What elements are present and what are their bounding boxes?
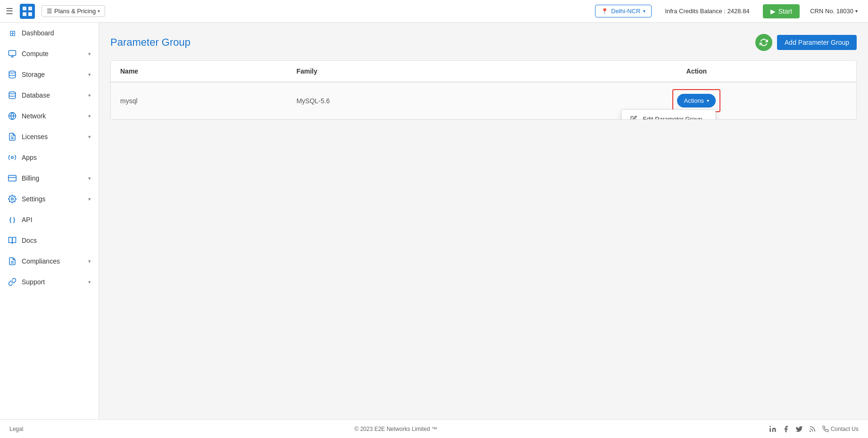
svg-rect-5 [9, 50, 16, 56]
database-caret: ▾ [88, 92, 91, 99]
action-highlight-box: Actions ▾ [672, 89, 720, 112]
apps-icon [8, 153, 17, 162]
svg-rect-0 [20, 4, 35, 19]
sidebar-item-support[interactable]: Support ▾ [0, 272, 99, 292]
region-label: Delhi-NCR [611, 8, 640, 15]
twitter-icon[interactable] [795, 425, 803, 433]
sidebar-item-compliances[interactable]: Compliances ▾ [0, 251, 99, 272]
hamburger-icon[interactable]: ☰ [6, 6, 13, 17]
crn-caret: ▾ [855, 8, 858, 14]
crn-label: CRN No. 18030 [810, 8, 853, 15]
region-button[interactable]: 📍 Delhi-NCR ▾ [595, 5, 652, 17]
support-icon [8, 277, 17, 287]
storage-icon [8, 70, 17, 79]
col-header-action: Action [537, 61, 856, 82]
contact-us-label: Contact Us [831, 426, 859, 432]
actions-dropdown-menu: Edit Parameter Group Sync All [621, 109, 716, 120]
actions-dropdown-button[interactable]: Actions ▾ [677, 94, 716, 107]
sidebar-item-settings[interactable]: Settings ▾ [0, 189, 99, 209]
billing-icon [8, 174, 17, 183]
svg-rect-3 [23, 12, 26, 16]
table-row: mysql MySQL-5.6 Actions ▾ [111, 82, 856, 119]
copyright-text: © 2023 E2E Networks Limited ™ [23, 426, 768, 432]
sidebar-item-database[interactable]: Database ▾ [0, 85, 99, 106]
col-header-name: Name [111, 61, 287, 82]
sidebar-label-database: Database [22, 91, 83, 99]
page-header: Parameter Group Add Parameter Group [110, 34, 857, 51]
licenses-caret: ▾ [88, 134, 91, 140]
parameter-group-table: Name Family Action mysql MySQL-5.6 [111, 61, 856, 119]
dropdown-item-edit[interactable]: Edit Parameter Group [622, 110, 715, 120]
settings-icon [8, 194, 17, 204]
logo [19, 3, 36, 20]
social-icons [769, 425, 817, 433]
sidebar-label-settings: Settings [22, 195, 83, 203]
sidebar-label-billing: Billing [22, 174, 83, 182]
plans-pricing-caret: ▾ [98, 8, 100, 14]
region-caret: ▾ [643, 8, 645, 14]
parameter-group-table-container: Name Family Action mysql MySQL-5.6 [110, 60, 857, 120]
sidebar-label-api: API [22, 216, 91, 223]
sidebar-item-dashboard[interactable]: ⊞ Dashboard [0, 23, 99, 43]
svg-point-14 [11, 198, 14, 200]
top-nav: ☰ ☰ Plans & Pricing ▾ 📍 Delhi-NCR ▾ Infr… [0, 0, 868, 23]
cell-name: mysql [111, 82, 287, 119]
actions-button-label: Actions [684, 97, 704, 104]
actions-dropdown-wrapper: Actions ▾ [677, 94, 716, 107]
facebook-icon[interactable] [782, 425, 790, 433]
rss-icon[interactable] [808, 425, 817, 433]
database-icon [8, 91, 17, 100]
start-button[interactable]: ▶ Start [763, 4, 800, 18]
edit-parameter-group-label: Edit Parameter Group [643, 116, 702, 120]
actions-caret: ▾ [707, 98, 709, 103]
sidebar: ⊞ Dashboard Compute ▾ Storage ▾ Database… [0, 23, 99, 438]
sidebar-item-network[interactable]: Network ▾ [0, 106, 99, 126]
svg-point-11 [11, 157, 14, 159]
sidebar-item-api[interactable]: { } API [0, 209, 99, 230]
footer: Legal © 2023 E2E Networks Limited ™ Cont… [0, 419, 868, 438]
table-header-row: Name Family Action [111, 61, 856, 82]
svg-point-18 [810, 431, 810, 431]
sidebar-item-docs[interactable]: Docs [0, 230, 99, 251]
refresh-button[interactable] [755, 34, 772, 51]
licenses-icon [8, 132, 17, 141]
location-pin-icon: 📍 [601, 8, 608, 15]
dashboard-icon: ⊞ [8, 28, 17, 38]
sidebar-label-compute: Compute [22, 50, 83, 58]
cell-action: Actions ▾ [537, 82, 856, 119]
sidebar-label-support: Support [22, 278, 83, 286]
sidebar-item-storage[interactable]: Storage ▾ [0, 64, 99, 85]
sidebar-label-dashboard: Dashboard [22, 29, 91, 37]
storage-caret: ▾ [88, 72, 91, 78]
legal-link[interactable]: Legal [9, 426, 23, 432]
network-icon [8, 111, 17, 121]
svg-point-17 [769, 426, 771, 427]
page-title: Parameter Group [110, 36, 190, 49]
cell-family: MySQL-5.6 [287, 82, 537, 119]
svg-point-6 [9, 71, 16, 74]
sidebar-item-billing[interactable]: Billing ▾ [0, 168, 99, 189]
contact-us-link[interactable]: Contact Us [822, 426, 859, 432]
sidebar-label-licenses: Licenses [22, 133, 83, 140]
plans-pricing-icon: ☰ [47, 8, 52, 15]
sidebar-label-compliances: Compliances [22, 257, 83, 265]
footer-right: Contact Us [769, 425, 859, 433]
sidebar-label-network: Network [22, 112, 83, 120]
support-caret: ▾ [88, 279, 91, 285]
main-content: Parameter Group Add Parameter Group Name… [99, 23, 868, 438]
crn-button[interactable]: CRN No. 18030 ▾ [805, 5, 862, 17]
settings-caret: ▾ [88, 196, 91, 202]
sidebar-item-licenses[interactable]: Licenses ▾ [0, 126, 99, 147]
linkedin-icon[interactable] [769, 425, 777, 433]
add-parameter-group-button[interactable]: Add Parameter Group [777, 35, 857, 50]
compute-icon [8, 49, 17, 58]
network-caret: ▾ [88, 113, 91, 119]
svg-rect-4 [28, 12, 32, 16]
main-layout: ⊞ Dashboard Compute ▾ Storage ▾ Database… [0, 23, 868, 438]
svg-rect-2 [28, 7, 32, 10]
plans-pricing-button[interactable]: ☰ Plans & Pricing ▾ [41, 5, 105, 17]
header-actions: Add Parameter Group [755, 34, 857, 51]
sidebar-item-apps[interactable]: Apps [0, 147, 99, 168]
plans-pricing-label: Plans & Pricing [54, 8, 96, 15]
sidebar-item-compute[interactable]: Compute ▾ [0, 43, 99, 64]
